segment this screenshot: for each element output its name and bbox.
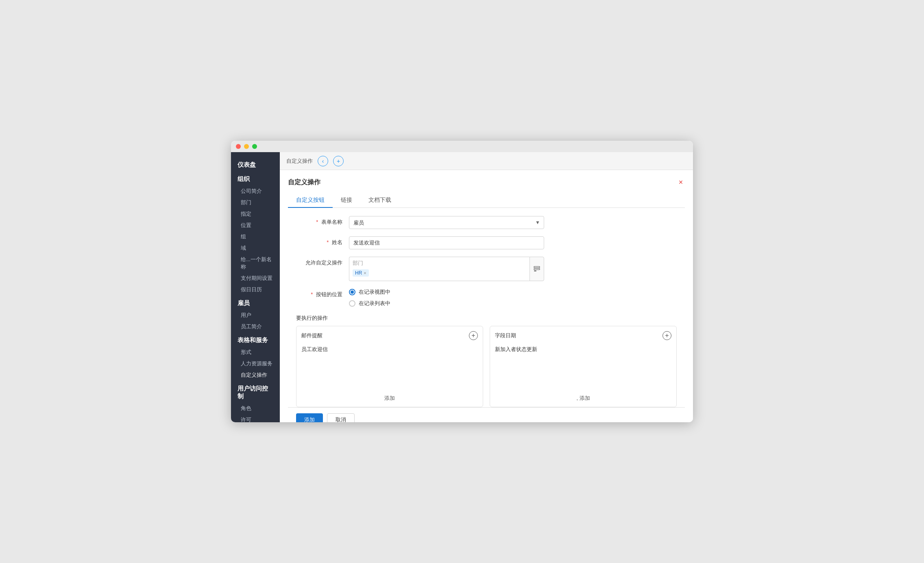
radio-circle-record-view: [349, 289, 355, 295]
sidebar-item-payment[interactable]: 支付期间设置: [231, 273, 280, 284]
name-row: * 姓名: [296, 236, 677, 249]
action-card-date-add-label[interactable]: , 添加: [495, 391, 671, 402]
svg-rect-0: [534, 266, 540, 268]
form-name-label: * 表单名称: [296, 216, 349, 226]
tab-custom-button[interactable]: 自定义按钮: [288, 193, 333, 208]
action-card-email-header: 邮件提醒 +: [301, 331, 478, 340]
sidebar-item-permissions[interactable]: 许可: [231, 414, 280, 422]
form-name-select[interactable]: 雇员: [349, 216, 544, 229]
main-content: 自定义操作 ‹ + 自定义操作 × 自定义按钮 链接 文档下载: [280, 152, 693, 422]
form-name-row: * 表单名称 雇员 ▼: [296, 216, 677, 229]
position-required: *: [311, 291, 313, 297]
minimize-traffic-light[interactable]: [244, 144, 249, 149]
position-row: * 按钮的位置 在记录视图中 在记录列表: [296, 288, 677, 307]
action-card-date-title: 字段日期: [495, 332, 516, 339]
tag-placeholder: 部门: [353, 260, 526, 267]
title-bar: [231, 141, 693, 152]
radio-circle-record-list: [349, 300, 355, 307]
sidebar-section-access: 用户访问控制: [231, 381, 280, 403]
dialog-area: 自定义操作 × 自定义按钮 链接 文档下载 * 表单名称: [280, 170, 693, 422]
sidebar: 仪表盘 组织 公司简介 部门 指定 位置 组 域 给...一个新名称 支付期间设…: [231, 152, 280, 422]
name-input[interactable]: [349, 236, 544, 249]
allow-row: 允许自定义操作 部门 HR ×: [296, 257, 677, 281]
sidebar-item-profile[interactable]: 员工简介: [231, 321, 280, 332]
action-card-date-item-0: 新加入者状态更新: [495, 344, 671, 355]
action-card-email-add-label[interactable]: 添加: [301, 391, 478, 402]
sidebar-item-hr-service[interactable]: 人力资源服务: [231, 358, 280, 369]
form-name-select-wrapper: 雇员 ▼: [349, 216, 544, 229]
action-card-email-add-button[interactable]: +: [469, 331, 478, 340]
tag-field-icon-button[interactable]: [530, 257, 544, 281]
form-name-control: 雇员 ▼: [349, 216, 544, 229]
dialog-header: 自定义操作 ×: [288, 178, 685, 187]
name-control: [349, 236, 544, 249]
action-card-date: 字段日期 + 新加入者状态更新 , 添加: [490, 326, 677, 407]
svg-rect-1: [534, 268, 540, 270]
action-card-email-item-0: 员工欢迎信: [301, 344, 478, 355]
form-name-required: *: [316, 219, 318, 225]
actions-section: 要执行的操作 邮件提醒 + 员工欢迎信 添加: [288, 314, 685, 407]
sidebar-item-dashboard[interactable]: 仪表盘: [231, 157, 280, 171]
sidebar-item-rename[interactable]: 给...一个新名称: [231, 254, 280, 273]
action-cards: 邮件提醒 + 员工欢迎信 添加 字段日期 + 新加入: [296, 326, 677, 407]
action-card-date-header: 字段日期 +: [495, 331, 671, 340]
sidebar-item-dept[interactable]: 部门: [231, 197, 280, 208]
action-card-date-add-button[interactable]: +: [662, 331, 671, 340]
tab-bar: 自定义按钮 链接 文档下载: [288, 193, 685, 208]
form-section: * 表单名称 雇员 ▼: [288, 216, 685, 307]
sidebar-section-org: 组织: [231, 171, 280, 185]
sidebar-item-holiday[interactable]: 假日日历: [231, 284, 280, 295]
tag-field-wrapper: 部门 HR ×: [349, 257, 544, 281]
app-window: 仪表盘 组织 公司简介 部门 指定 位置 组 域 给...一个新名称 支付期间设…: [231, 141, 693, 422]
sidebar-item-roles[interactable]: 角色: [231, 403, 280, 414]
nav-add-button[interactable]: +: [333, 156, 344, 166]
radio-record-view[interactable]: 在记录视图中: [349, 288, 544, 296]
sidebar-item-group[interactable]: 组: [231, 231, 280, 242]
tag-field-container[interactable]: 部门 HR ×: [349, 257, 530, 281]
sidebar-item-custom-actions[interactable]: 自定义操作: [231, 369, 280, 381]
actions-section-label: 要执行的操作: [296, 314, 677, 322]
app-body: 仪表盘 组织 公司简介 部门 指定 位置 组 域 给...一个新名称 支付期间设…: [231, 152, 693, 422]
radio-record-list[interactable]: 在记录列表中: [349, 300, 544, 307]
name-required: *: [327, 239, 329, 245]
action-card-email: 邮件提醒 + 员工欢迎信 添加: [296, 326, 483, 407]
sidebar-section-tables: 表格和服务: [231, 332, 280, 347]
sidebar-section-employee: 雇员: [231, 295, 280, 310]
breadcrumb: 自定义操作: [286, 157, 313, 165]
close-dialog-button[interactable]: ×: [677, 179, 685, 187]
position-control: 在记录视图中 在记录列表中: [349, 288, 544, 307]
sidebar-item-users[interactable]: 用户: [231, 310, 280, 321]
add-button[interactable]: 添加: [296, 413, 323, 422]
dialog-footer: 添加 取消: [288, 407, 685, 422]
maximize-traffic-light[interactable]: [252, 144, 257, 149]
sidebar-item-assign[interactable]: 指定: [231, 208, 280, 220]
sidebar-item-location[interactable]: 位置: [231, 220, 280, 231]
nav-back-button[interactable]: ‹: [318, 156, 328, 166]
action-card-email-title: 邮件提醒: [301, 332, 323, 339]
svg-rect-2: [534, 271, 536, 271]
allow-label: 允许自定义操作: [296, 257, 349, 266]
tab-doc-download[interactable]: 文档下载: [360, 193, 399, 208]
name-label: * 姓名: [296, 236, 349, 246]
close-traffic-light[interactable]: [236, 144, 241, 149]
top-bar: 自定义操作 ‹ +: [280, 152, 693, 170]
position-label: * 按钮的位置: [296, 288, 349, 298]
tag-hr: HR ×: [353, 269, 369, 277]
tag-list: HR ×: [353, 269, 526, 277]
sidebar-item-company[interactable]: 公司简介: [231, 185, 280, 197]
sidebar-item-domain[interactable]: 域: [231, 242, 280, 254]
dialog-title: 自定义操作: [288, 178, 320, 187]
cancel-button[interactable]: 取消: [327, 413, 355, 422]
position-radio-group: 在记录视图中 在记录列表中: [349, 288, 544, 307]
tab-link[interactable]: 链接: [333, 193, 360, 208]
sidebar-item-forms[interactable]: 形式: [231, 347, 280, 358]
allow-control: 部门 HR ×: [349, 257, 544, 281]
tag-remove-hr[interactable]: ×: [364, 271, 366, 275]
